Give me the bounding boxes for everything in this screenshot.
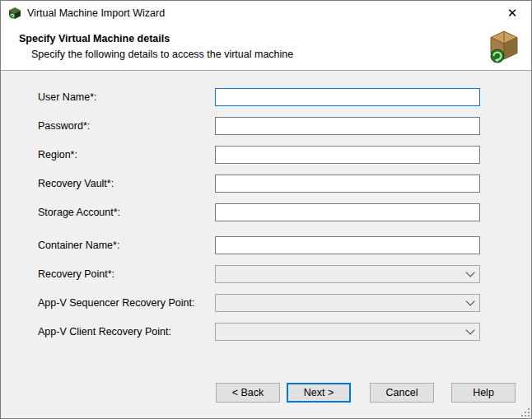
recovery-vault-label: Recovery Vault*: — [38, 178, 215, 189]
appv-sequencer-recovery-point-label: App-V Sequencer Recovery Point: — [38, 297, 215, 309]
cancel-button[interactable]: Cancel — [370, 383, 434, 403]
form-row: User Name*: — [38, 88, 531, 106]
button-bar: < Back Next > Cancel Help — [1, 354, 531, 418]
app-cube-icon — [8, 7, 21, 20]
user-name-label: User Name*: — [38, 91, 215, 103]
chevron-down-icon — [465, 296, 474, 305]
back-button[interactable]: < Back — [216, 383, 280, 403]
page-title: Specify Virtual Machine details — [19, 33, 531, 44]
form-row: Password*: — [38, 117, 531, 135]
password-label: Password*: — [38, 120, 215, 132]
region-input[interactable] — [215, 146, 480, 164]
next-button[interactable]: Next > — [287, 383, 351, 403]
storage-account-label: Storage Account*: — [38, 207, 215, 218]
recovery-vault-input[interactable] — [215, 175, 480, 193]
form-row: Container Name*: — [38, 236, 531, 254]
storage-account-input[interactable] — [215, 203, 480, 221]
form-row: Storage Account*: — [38, 203, 531, 221]
region-label: Region*: — [38, 149, 215, 161]
title-bar: Virtual Machine Import Wizard ✕ — [1, 1, 531, 26]
form-area: User Name*: Password*: Region*: Recovery… — [1, 71, 531, 354]
chevron-down-icon — [465, 268, 474, 277]
recovery-point-select[interactable] — [215, 265, 480, 283]
page-subtitle: Specify the following details to access … — [31, 49, 531, 60]
chevron-down-icon — [465, 325, 474, 334]
user-name-input[interactable] — [215, 88, 480, 106]
form-row: App-V Sequencer Recovery Point: — [38, 294, 531, 312]
appv-sequencer-recovery-point-select[interactable] — [215, 294, 480, 312]
form-row: Region*: — [38, 146, 531, 164]
appv-client-recovery-point-select[interactable] — [215, 323, 480, 341]
container-name-label: Container Name*: — [38, 240, 215, 251]
wizard-dialog: Virtual Machine Import Wizard ✕ Specify … — [0, 0, 532, 419]
container-name-input[interactable] — [215, 236, 480, 254]
resize-grip[interactable] — [518, 405, 530, 417]
appv-client-recovery-point-label: App-V Client Recovery Point: — [38, 326, 215, 338]
password-input[interactable] — [215, 117, 480, 135]
close-button[interactable]: ✕ — [493, 1, 531, 26]
window-title: Virtual Machine Import Wizard — [27, 7, 165, 19]
form-row: Recovery Point*: — [38, 265, 531, 283]
package-import-icon — [488, 30, 520, 67]
wizard-header: Specify Virtual Machine details Specify … — [1, 26, 531, 71]
form-row: App-V Client Recovery Point: — [38, 323, 531, 341]
help-button[interactable]: Help — [451, 383, 516, 403]
form-row: Recovery Vault*: — [38, 175, 531, 193]
recovery-point-label: Recovery Point*: — [38, 268, 215, 280]
